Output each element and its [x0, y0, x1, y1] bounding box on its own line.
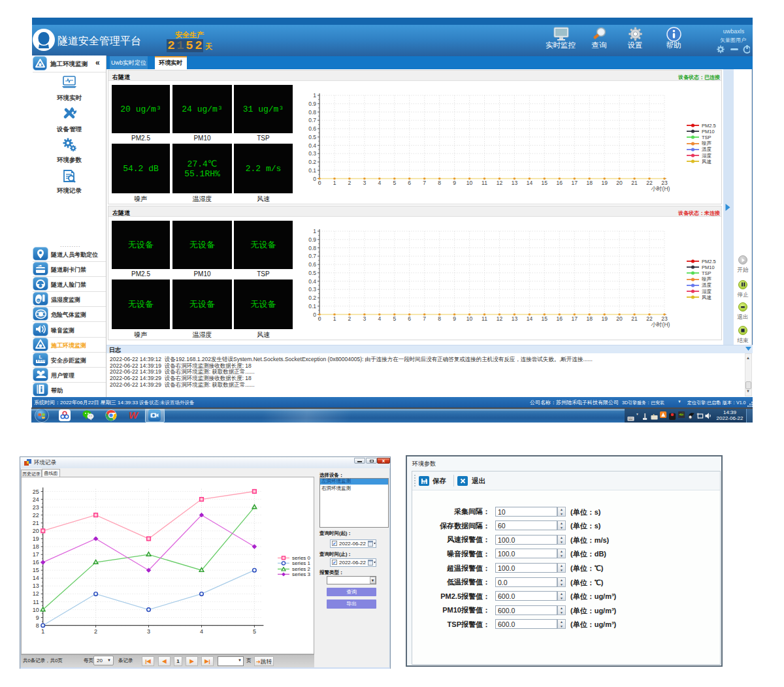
svg-text:10: 10: [466, 315, 473, 322]
svg-text:0.8: 0.8: [308, 245, 316, 251]
svg-text:7: 7: [423, 315, 426, 322]
svg-text:0.4: 0.4: [308, 278, 316, 285]
svg-text:17: 17: [572, 180, 578, 186]
svg-text:1: 1: [313, 228, 316, 234]
svg-text:3: 3: [363, 180, 367, 186]
svg-text:0.2: 0.2: [308, 295, 316, 301]
svg-text:6: 6: [408, 180, 411, 186]
svg-text:25: 25: [33, 488, 39, 495]
svg-text:0.9: 0.9: [308, 101, 316, 107]
svg-text:9: 9: [36, 615, 39, 621]
svg-text:3: 3: [363, 315, 367, 322]
svg-text:1: 1: [313, 92, 316, 99]
svg-text:2: 2: [348, 180, 351, 186]
svg-text:16: 16: [557, 180, 563, 186]
svg-text:11: 11: [33, 599, 39, 605]
svg-text:20: 20: [616, 180, 623, 186]
svg-text:12: 12: [33, 590, 39, 597]
svg-text:16: 16: [33, 559, 39, 566]
svg-text:0.3: 0.3: [308, 150, 316, 157]
svg-text:0.6: 0.6: [308, 125, 316, 132]
svg-text:13: 13: [512, 180, 518, 186]
svg-text:10: 10: [33, 607, 39, 613]
svg-text:17: 17: [33, 551, 39, 558]
svg-text:23: 23: [33, 504, 39, 511]
svg-text:19: 19: [33, 535, 39, 542]
svg-text:7: 7: [423, 180, 426, 186]
svg-text:11: 11: [482, 315, 487, 322]
svg-text:18: 18: [33, 543, 39, 550]
svg-text:5: 5: [393, 180, 396, 186]
svg-text:2: 2: [94, 628, 97, 635]
svg-text:5: 5: [253, 628, 256, 635]
svg-text:11: 11: [482, 180, 487, 186]
svg-text:13: 13: [33, 583, 39, 589]
svg-text:0.5: 0.5: [308, 134, 316, 140]
svg-text:4: 4: [378, 315, 381, 322]
svg-text:1: 1: [333, 315, 336, 322]
svg-text:6: 6: [408, 315, 411, 322]
svg-text:0.3: 0.3: [308, 286, 316, 293]
svg-text:9: 9: [453, 315, 456, 322]
svg-text:19: 19: [601, 315, 608, 322]
svg-text:22: 22: [33, 512, 39, 519]
svg-text:18: 18: [586, 315, 593, 322]
svg-text:24: 24: [33, 496, 39, 503]
svg-text:17: 17: [572, 315, 578, 322]
svg-text:0.1: 0.1: [308, 303, 316, 310]
svg-text:8: 8: [438, 180, 441, 186]
svg-text:12: 12: [497, 315, 503, 322]
svg-text:9: 9: [453, 180, 456, 186]
svg-text:1: 1: [41, 628, 44, 635]
svg-text:5: 5: [393, 315, 396, 322]
svg-text:小时(H): 小时(H): [651, 185, 670, 192]
svg-text:13: 13: [512, 315, 518, 322]
svg-text:8: 8: [438, 315, 441, 322]
svg-text:0.8: 0.8: [308, 109, 316, 116]
svg-text:20: 20: [33, 528, 39, 534]
svg-text:15: 15: [542, 180, 548, 186]
svg-text:0.4: 0.4: [308, 142, 316, 149]
svg-text:21: 21: [33, 520, 39, 526]
svg-text:0.7: 0.7: [308, 117, 316, 123]
svg-text:0: 0: [313, 312, 316, 318]
svg-text:小时(H): 小时(H): [651, 321, 670, 328]
svg-text:0.9: 0.9: [308, 236, 316, 243]
svg-text:1: 1: [333, 180, 336, 186]
svg-text:21: 21: [631, 180, 638, 186]
svg-text:16: 16: [557, 315, 563, 322]
svg-text:8: 8: [36, 622, 39, 629]
svg-text:10: 10: [466, 180, 473, 186]
svg-text:0.7: 0.7: [308, 253, 316, 259]
svg-text:14: 14: [527, 180, 533, 186]
svg-text:0: 0: [318, 180, 321, 186]
svg-text:20: 20: [616, 315, 623, 322]
svg-text:2: 2: [348, 315, 351, 322]
svg-text:0.1: 0.1: [308, 167, 316, 174]
svg-text:0: 0: [313, 176, 316, 182]
svg-text:18: 18: [586, 180, 593, 186]
svg-text:19: 19: [601, 180, 608, 186]
svg-text:14: 14: [33, 575, 39, 581]
svg-text:0.6: 0.6: [308, 261, 316, 268]
svg-text:21: 21: [631, 315, 638, 322]
svg-text:3: 3: [147, 628, 150, 635]
svg-text:15: 15: [33, 567, 39, 573]
svg-text:0: 0: [318, 315, 321, 322]
svg-text:L: L: [39, 354, 42, 360]
svg-text:14: 14: [527, 315, 533, 322]
svg-text:0.5: 0.5: [308, 270, 316, 276]
svg-text:4: 4: [200, 628, 203, 635]
svg-text:15: 15: [542, 315, 548, 322]
svg-text:0.2: 0.2: [308, 159, 316, 165]
svg-text:12: 12: [497, 180, 503, 186]
svg-text:4: 4: [378, 180, 381, 186]
svg-text:90: 90: [37, 299, 41, 302]
